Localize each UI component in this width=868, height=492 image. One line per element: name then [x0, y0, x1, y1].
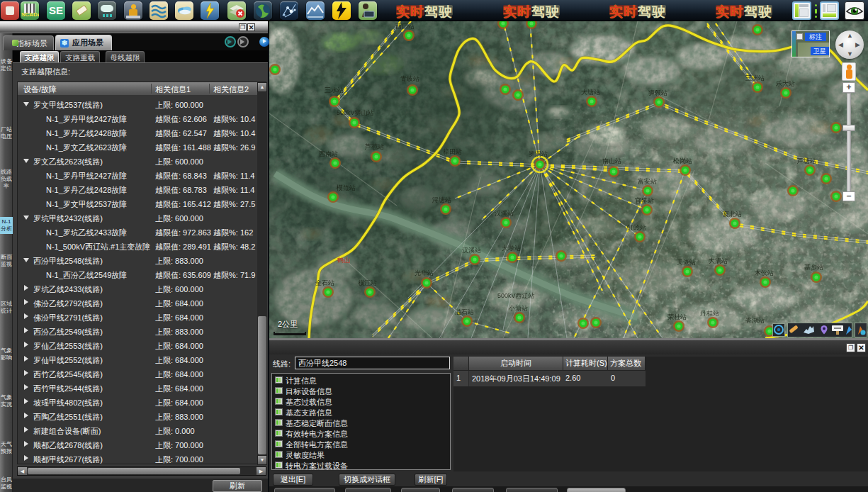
svg-text:溢石站: 溢石站 [455, 308, 474, 315]
svg-text:500kV西辽站: 500kV西辽站 [497, 292, 535, 299]
svg-text:500kV狮山站: 500kV狮山站 [337, 109, 374, 116]
svg-text:罗洞站: 罗洞站 [529, 150, 548, 157]
svg-text:木伙站: 木伙站 [755, 269, 774, 276]
svg-text:南山站: 南山站 [602, 157, 621, 164]
svg-text:天湖站: 天湖站 [677, 259, 696, 266]
svg-text:浔塘站: 浔塘站 [432, 196, 451, 203]
svg-text:模范站: 模范站 [336, 184, 356, 191]
svg-text:乐大站: 乐大站 [775, 80, 795, 87]
svg-text:西口站: 西口站 [395, 23, 415, 30]
svg-text:虹岭站: 虹岭站 [627, 224, 646, 231]
svg-text:西南站: 西南站 [319, 150, 338, 157]
svg-text:大墩站: 大墩站 [502, 245, 521, 252]
svg-text:狮颡站: 狮颡站 [648, 89, 667, 96]
svg-text:丹桂站: 丹桂站 [700, 310, 719, 317]
svg-text:横江站: 横江站 [358, 279, 377, 286]
svg-text:光华站: 光华站 [415, 269, 434, 276]
svg-text:香湖站: 香湖站 [745, 317, 765, 324]
svg-text:鹤山: 鹤山 [337, 257, 350, 264]
svg-text:富安站: 富安站 [638, 178, 657, 185]
svg-text:三水站: 三水站 [325, 86, 344, 94]
svg-text:樟田站: 樟田站 [443, 148, 462, 155]
svg-text:官窑站: 官窑站 [635, 197, 654, 204]
svg-text:荣桂站: 荣桂站 [667, 313, 687, 320]
svg-text:芦苞站: 芦苞站 [364, 143, 384, 150]
svg-text:基步站: 基步站 [804, 264, 823, 271]
svg-text:青岐站: 青岐站 [400, 75, 419, 82]
svg-text:大塘站: 大塘站 [581, 89, 600, 96]
svg-text:大涡站: 大涡站 [709, 257, 728, 264]
svg-text:汉溪站: 汉溪站 [495, 210, 514, 217]
svg-text:松岗站: 松岗站 [672, 157, 692, 164]
svg-text:小塘站: 小塘站 [508, 305, 528, 312]
svg-text:夏北站: 夏北站 [723, 211, 742, 218]
svg-text:金石站: 金石站 [315, 279, 334, 286]
svg-text:汉溪站: 汉溪站 [462, 247, 481, 254]
svg-text:芦塘站: 芦塘站 [796, 157, 816, 164]
svg-text:三洲站: 三洲站 [745, 74, 765, 82]
